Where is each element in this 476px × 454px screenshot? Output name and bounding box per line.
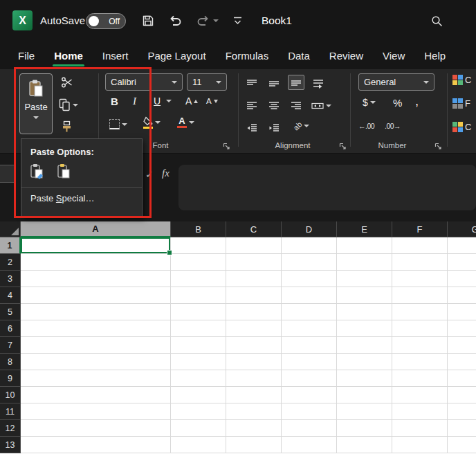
- align-center-button[interactable]: [268, 101, 280, 111]
- cell-b12[interactable]: [171, 420, 226, 437]
- cell-d7[interactable]: [282, 337, 337, 354]
- row-header-3[interactable]: 3: [0, 271, 21, 287]
- font-dialog-launcher[interactable]: [223, 140, 230, 148]
- row-header-8[interactable]: 8: [0, 354, 21, 370]
- cell-e10[interactable]: [337, 387, 392, 403]
- cell-d1[interactable]: [282, 237, 337, 254]
- cell-g2[interactable]: [448, 254, 476, 271]
- cell-e13[interactable]: [337, 437, 392, 453]
- number-dialog-launcher[interactable]: [434, 140, 442, 148]
- row-header-7[interactable]: 7: [0, 337, 21, 354]
- enter-icon[interactable]: ✓: [145, 169, 154, 180]
- cell-g5[interactable]: [448, 304, 476, 320]
- top-align-button[interactable]: [246, 79, 257, 89]
- cell-d11[interactable]: [282, 403, 337, 420]
- undo-button[interactable]: [168, 14, 182, 28]
- cell-f2[interactable]: [392, 254, 448, 271]
- increase-decimal-button[interactable]: ←.00: [358, 122, 374, 130]
- format-as-table-button[interactable]: F: [452, 98, 470, 109]
- tab-home[interactable]: Home: [54, 42, 83, 69]
- cell-g11[interactable]: [448, 403, 476, 420]
- paste-values-button[interactable]: [55, 163, 73, 181]
- bold-button[interactable]: B: [111, 96, 118, 107]
- cell-c4[interactable]: [226, 287, 282, 304]
- decrease-font-size-button[interactable]: A: [206, 97, 218, 105]
- cell-g3[interactable]: [448, 271, 476, 287]
- cell-g9[interactable]: [448, 370, 476, 387]
- align-right-button[interactable]: [291, 101, 302, 111]
- cell-a4[interactable]: [21, 287, 171, 304]
- tab-review[interactable]: Review: [329, 42, 363, 69]
- cell-c7[interactable]: [226, 337, 282, 354]
- cell-b11[interactable]: [171, 403, 226, 420]
- cell-d9[interactable]: [282, 370, 337, 387]
- cell-e7[interactable]: [337, 337, 392, 354]
- cell-f12[interactable]: [392, 420, 448, 437]
- cell-d12[interactable]: [282, 420, 337, 437]
- cell-g12[interactable]: [448, 420, 476, 437]
- decrease-indent-button[interactable]: [246, 123, 257, 133]
- row-header-2[interactable]: 2: [0, 254, 21, 271]
- cell-e2[interactable]: [337, 254, 392, 271]
- cell-b5[interactable]: [171, 304, 226, 320]
- tab-data[interactable]: Data: [288, 42, 310, 69]
- column-header-c[interactable]: C: [226, 221, 282, 237]
- accounting-format-button[interactable]: $: [363, 97, 376, 108]
- cell-f13[interactable]: [392, 437, 448, 453]
- paste-special-menuitem[interactable]: Paste Special…: [21, 188, 142, 209]
- fill-color-button[interactable]: [143, 116, 161, 129]
- cell-d8[interactable]: [282, 354, 337, 370]
- cell-f9[interactable]: [392, 370, 448, 387]
- cell-e9[interactable]: [337, 370, 392, 387]
- orientation-button[interactable]: ab: [293, 122, 309, 130]
- insert-function-icon[interactable]: fx: [162, 167, 170, 179]
- cell-e8[interactable]: [337, 354, 392, 370]
- cell-e4[interactable]: [337, 287, 392, 304]
- cell-f1[interactable]: [392, 237, 448, 254]
- merge-center-button[interactable]: [311, 101, 331, 111]
- row-header-10[interactable]: 10: [0, 387, 21, 403]
- cell-b10[interactable]: [171, 387, 226, 403]
- cell-g4[interactable]: [448, 287, 476, 304]
- cell-b13[interactable]: [171, 437, 226, 453]
- cell-g10[interactable]: [448, 387, 476, 403]
- cell-styles-button[interactable]: C: [452, 122, 471, 132]
- column-header-d[interactable]: D: [282, 221, 337, 237]
- underline-button[interactable]: U: [154, 96, 172, 107]
- cell-c10[interactable]: [226, 387, 282, 403]
- cell-a13[interactable]: [21, 437, 171, 453]
- column-header-e[interactable]: E: [337, 221, 392, 237]
- conditional-formatting-button[interactable]: C: [452, 75, 471, 85]
- search-button[interactable]: [430, 15, 443, 28]
- tab-page-layout[interactable]: Page Layout: [147, 42, 205, 69]
- row-header-6[interactable]: 6: [0, 320, 21, 337]
- row-header-5[interactable]: 5: [0, 304, 21, 320]
- cell-c9[interactable]: [226, 370, 282, 387]
- font-size-combobox[interactable]: 11: [187, 73, 227, 91]
- cell-a7[interactable]: [21, 337, 171, 354]
- cell-e3[interactable]: [337, 271, 392, 287]
- cell-a6[interactable]: [21, 320, 171, 337]
- cell-f3[interactable]: [392, 271, 448, 287]
- cell-d3[interactable]: [282, 271, 337, 287]
- cell-d4[interactable]: [282, 287, 337, 304]
- cell-e1[interactable]: [337, 237, 392, 254]
- redo-button[interactable]: [196, 14, 219, 28]
- cell-b8[interactable]: [171, 354, 226, 370]
- save-button[interactable]: [141, 14, 155, 28]
- select-all-button[interactable]: [0, 221, 21, 237]
- tab-insert[interactable]: Insert: [102, 42, 129, 69]
- wrap-text-button[interactable]: [313, 79, 324, 89]
- decrease-decimal-button[interactable]: .00→: [385, 122, 401, 130]
- cell-a11[interactable]: [21, 403, 171, 420]
- cell-a2[interactable]: [21, 254, 171, 271]
- cell-c11[interactable]: [226, 403, 282, 420]
- row-header-12[interactable]: 12: [0, 420, 21, 437]
- cell-c3[interactable]: [226, 271, 282, 287]
- cell-d10[interactable]: [282, 387, 337, 403]
- cell-c5[interactable]: [226, 304, 282, 320]
- column-header-f[interactable]: F: [392, 221, 448, 237]
- autosave-toggle[interactable]: Off: [86, 13, 126, 29]
- cell-a8[interactable]: [21, 354, 171, 370]
- cell-g1[interactable]: [448, 237, 476, 254]
